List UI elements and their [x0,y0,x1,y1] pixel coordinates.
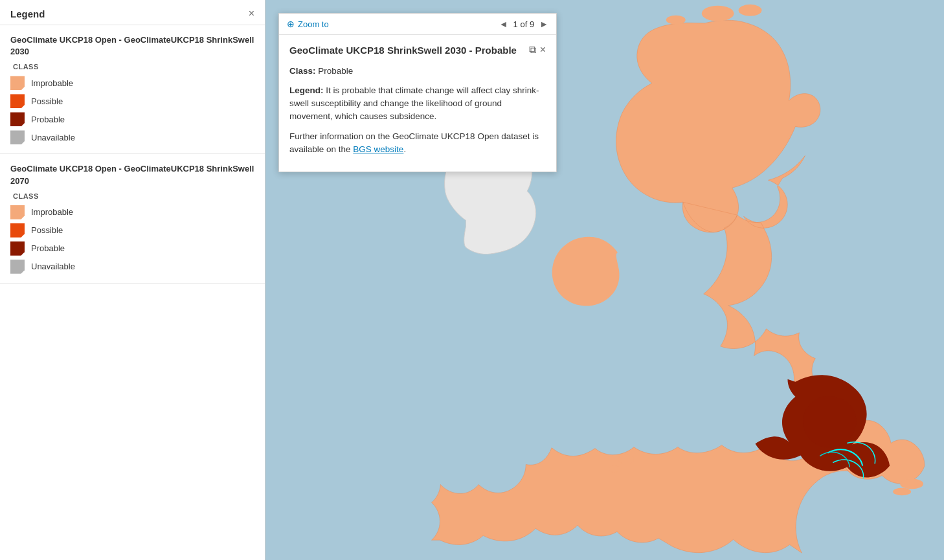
legend-section-2030: GeoClimate UKCP18 Open - GeoClimateUKCP1… [0,25,265,154]
unavailable-swatch-2030 [10,130,25,144]
probable-label-2030: Probable [31,115,65,124]
legend-panel: Legend × GeoClimate UKCP18 Open - GeoCli… [0,0,265,560]
list-item: Unavailable [10,130,254,144]
popup-zoom-label: Zoom to [298,19,329,29]
svg-point-2 [739,5,762,16]
map-area[interactable]: ⊕ Zoom to ◄ 1 of 9 ► GeoClimate UKCP18 S… [265,0,944,560]
popup-legend-label: Legend: [289,85,324,95]
popup-title-row: GeoClimate UKCP18 ShrinkSwell 2030 - Pro… [289,44,546,65]
popup-title: GeoClimate UKCP18 ShrinkSwell 2030 - Pro… [289,44,517,57]
svg-point-7 [893,487,911,495]
popup-actions: ⧉ × [529,44,546,56]
list-item: Improbable [10,205,254,219]
possible-swatch-2030 [10,94,25,108]
popup: ⊕ Zoom to ◄ 1 of 9 ► GeoClimate UKCP18 S… [278,13,557,172]
svg-point-5 [609,465,620,472]
improbable-label-2030: Improbable [31,78,73,88]
popup-class-field: Class: Probable [289,65,546,78]
popup-nav: ◄ 1 of 9 ► [499,19,548,29]
unavailable-label-2030: Unavailable [31,133,75,142]
legend-header: Legend × [0,0,265,25]
probable-label-2070: Probable [31,243,65,253]
improbable-label-2070: Improbable [31,207,73,217]
popup-legend-field: Legend: It is probable that climate chan… [289,84,546,124]
legend-class-label-2070: CLASS [10,192,254,200]
popup-further-info-pre: Further information on the GeoClimate UK… [289,131,539,154]
svg-point-3 [666,16,686,25]
popup-body: GeoClimate UKCP18 ShrinkSwell 2030 - Pro… [279,35,556,172]
probable-swatch-2030 [10,112,25,126]
list-item: Unavailable [10,260,254,274]
svg-point-1 [702,6,734,21]
popup-nav-prev-button[interactable]: ◄ [499,19,508,29]
popup-further-info: Further information on the GeoClimate UK… [289,130,546,157]
svg-point-4 [618,454,634,464]
popup-close-button[interactable]: × [540,44,546,56]
legend-close-button[interactable]: × [249,8,254,19]
unavailable-label-2070: Unavailable [31,262,75,271]
probable-swatch-2070 [10,241,25,256]
popup-zoom-button[interactable]: ⊕ Zoom to [287,19,329,29]
legend-class-label-2030: CLASS [10,63,254,71]
legend-section-2070-title: GeoClimate UKCP18 Open - GeoClimateUKCP1… [10,163,254,186]
popup-bgs-link[interactable]: BGS website [353,144,403,154]
list-item: Possible [10,94,254,108]
popup-legend-text: It is probable that climate change will … [289,85,539,122]
svg-point-6 [900,478,923,489]
improbable-swatch-2030 [10,76,25,90]
list-item: Possible [10,223,254,238]
popup-class-label: Class: [289,66,316,76]
list-item: Probable [10,112,254,126]
list-item: Improbable [10,76,254,90]
popup-header: ⊕ Zoom to ◄ 1 of 9 ► [279,14,556,35]
zoom-icon: ⊕ [287,19,295,29]
possible-label-2030: Possible [31,96,63,106]
popup-nav-text: 1 of 9 [513,19,535,29]
popup-class-value: Probable [318,66,353,76]
legend-items-2030: Improbable Possible Probable Unavailable [10,76,254,144]
legend-section-2070: GeoClimate UKCP18 Open - GeoClimateUKCP1… [0,154,265,283]
legend-section-2030-title: GeoClimate UKCP18 Open - GeoClimateUKCP1… [10,34,254,58]
unavailable-swatch-2070 [10,260,25,274]
popup-nav-next-button[interactable]: ► [539,19,548,29]
legend-items-2070: Improbable Possible Probable Unavailable [10,205,254,274]
list-item: Probable [10,241,254,256]
popup-further-info-post: . [403,144,406,154]
improbable-swatch-2070 [10,205,25,219]
legend-title: Legend [10,8,45,19]
possible-label-2070: Possible [31,225,63,235]
possible-swatch-2070 [10,223,25,238]
popup-copy-button[interactable]: ⧉ [529,44,536,56]
